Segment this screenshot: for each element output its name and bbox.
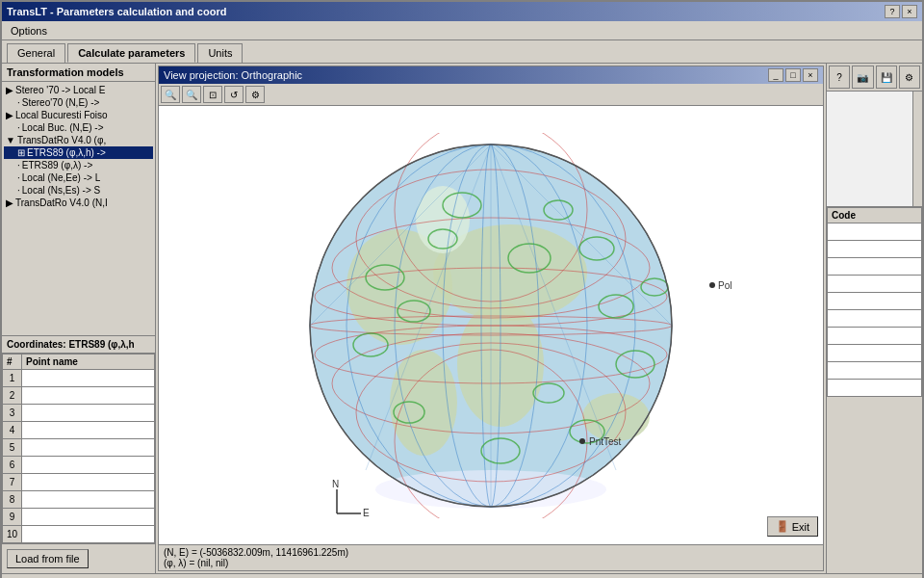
settings-button[interactable]: ⚙ <box>899 66 920 89</box>
right-code-cell[interactable] <box>828 380 922 397</box>
load-from-file-button[interactable]: Load from file <box>7 549 89 568</box>
zoom-reset-button[interactable]: ↺ <box>224 86 244 103</box>
table-row: 3 <box>3 405 155 422</box>
right-code-cell[interactable] <box>828 362 922 380</box>
right-table-row <box>828 241 922 258</box>
globe-point-pol-label: Pol <box>718 280 732 291</box>
tree-item-local-neee[interactable]: · Local (Ne,Ee) -> L <box>4 171 153 184</box>
col-num: # <box>3 355 22 370</box>
main-window: TransLT - Parameters calculation and coo… <box>0 0 924 578</box>
globe-maximize-button[interactable]: □ <box>785 68 801 82</box>
exit-button[interactable]: 🚪 Exit <box>767 516 818 537</box>
coordinates-table-container: # Point name 1 2 3 4 5 6 7 8 <box>2 354 155 543</box>
globe-container: View projection: Orthographic _ □ × 🔍 🔍 … <box>156 64 826 573</box>
zoom-in-button[interactable]: 🔍 <box>161 86 180 103</box>
close-button[interactable]: × <box>902 5 917 18</box>
menu-bar: Options <box>2 21 922 40</box>
tree-item-transdatro-v4[interactable]: ▼ TransDatRo V4.0 (φ, <box>4 134 153 146</box>
right-code-cell[interactable] <box>828 276 922 293</box>
table-row: 1 <box>3 370 155 387</box>
scrollbar-right[interactable] <box>912 92 922 206</box>
options-menu[interactable]: Options <box>7 24 51 38</box>
globe-close-button[interactable]: × <box>803 68 818 82</box>
row-num: 1 <box>3 370 22 387</box>
right-code-cell[interactable] <box>828 328 922 345</box>
help-icon-button[interactable]: ? <box>829 66 850 89</box>
right-code-cell[interactable] <box>828 258 922 276</box>
right-table-row <box>828 345 922 362</box>
coordinates-table: # Point name 1 2 3 4 5 6 7 8 <box>2 354 155 543</box>
tree-item-label: Local (Ns,Es) -> S <box>22 185 100 196</box>
load-from-file-area: Load from file <box>2 543 155 573</box>
coordinates-header: Coordinates: ETRS89 (φ,λ,h <box>2 336 155 354</box>
globe-minimize-button[interactable]: _ <box>768 68 783 82</box>
row-name[interactable] <box>22 474 155 491</box>
row-name[interactable] <box>22 422 155 439</box>
right-table-row <box>828 380 922 397</box>
tree-item-local-buc[interactable]: · Local Buc. (N,E) -> <box>4 121 153 134</box>
right-table-row <box>828 362 922 380</box>
globe-title: View projection: Orthographic <box>164 69 302 81</box>
exit-button-area: 🚪 Exit <box>767 516 818 537</box>
tree-item-etrs89-2[interactable]: · ETRS89 (φ,λ) -> <box>4 159 153 171</box>
tab-units[interactable]: Units <box>197 43 243 63</box>
right-code-cell[interactable] <box>828 345 922 362</box>
zoom-fit-button[interactable]: ⊡ <box>203 86 222 103</box>
transformation-models-header: Transformation models <box>2 64 155 82</box>
tree-item-label: Local (Ne,Ee) -> L <box>22 172 100 183</box>
right-table-row <box>828 293 922 310</box>
row-name[interactable] <box>22 491 155 509</box>
right-code-cell[interactable] <box>828 241 922 258</box>
tree-item-icon: · <box>17 122 20 133</box>
row-name[interactable] <box>22 526 155 543</box>
tree-item-icon: · <box>17 97 20 108</box>
row-name[interactable] <box>22 457 155 474</box>
globe-settings-button[interactable]: ⚙ <box>245 86 265 103</box>
table-row: 4 <box>3 422 155 439</box>
row-num: 10 <box>3 526 22 543</box>
tree-item-local-bucuresti[interactable]: ▶ Local Bucuresti Foiso <box>4 109 153 121</box>
tree-item-label: Stereo '70 -> Local E <box>15 85 105 95</box>
globe-svg-container: Pol PntTest N E <box>159 106 823 544</box>
transformation-models-tree: ▶ Stereo '70 -> Local E · Stereo'70 (N,E… <box>2 82 155 335</box>
table-row: 9 <box>3 509 155 526</box>
row-name[interactable] <box>22 509 155 526</box>
globe-point-pnttest-label: PntTest <box>589 436 622 447</box>
status-line1: (N, E) = (-5036832.009m, 11416961.225m) <box>164 547 818 558</box>
right-code-cell[interactable] <box>828 223 922 241</box>
globe-titlebar: View projection: Orthographic _ □ × <box>159 66 823 84</box>
row-num: 4 <box>3 422 22 439</box>
tree-item-stereo70[interactable]: ▶ Stereo '70 -> Local E <box>4 84 153 96</box>
help-button[interactable]: ? <box>885 5 900 18</box>
row-num: 6 <box>3 457 22 474</box>
tree-item-transdatro-v4-n[interactable]: ▶ TransDatRo V4.0 (N,I <box>4 197 153 209</box>
row-name[interactable] <box>22 370 155 387</box>
zoom-out-button[interactable]: 🔍 <box>182 86 201 103</box>
right-toolbar: ? 📷 💾 ⚙ <box>827 64 922 92</box>
right-code-cell[interactable] <box>828 310 922 328</box>
row-name[interactable] <box>22 439 155 457</box>
row-name[interactable] <box>22 387 155 405</box>
title-bar: TransLT - Parameters calculation and coo… <box>2 2 922 21</box>
expand-icon: ▶ <box>6 85 13 95</box>
expand-icon: ▶ <box>6 110 13 120</box>
tree-item-label: Stereo'70 (N,E) -> <box>22 97 100 108</box>
bottom-bar: OK Cancel ✕ Delete all <box>2 573 922 578</box>
tree-item-etrs89-selected[interactable]: ⊞ ETRS89 (φ,λ,h) -> <box>4 146 153 159</box>
row-num: 3 <box>3 405 22 422</box>
tree-item-local-nses[interactable]: · Local (Ns,Es) -> S <box>4 184 153 197</box>
right-code-cell[interactable] <box>828 293 922 310</box>
save-button[interactable]: 💾 <box>876 66 897 89</box>
camera-button[interactable]: 📷 <box>852 66 873 89</box>
right-codes-table: Code <box>827 207 922 397</box>
tree-item-label: TransDatRo V4.0 (N,I <box>15 197 108 208</box>
tab-calculate-parameters[interactable]: Calculate parameters <box>67 43 195 63</box>
tree-item-stereo70-ne[interactable]: · Stereo'70 (N,E) -> <box>4 96 153 109</box>
right-table-row <box>828 258 922 276</box>
globe-toolbar: 🔍 🔍 ⊡ ↺ ⚙ <box>159 84 823 106</box>
title-controls: ? × <box>885 5 917 18</box>
row-name[interactable] <box>22 405 155 422</box>
tree-item-icon: · <box>17 185 20 196</box>
tab-general[interactable]: General <box>7 43 65 63</box>
tree-item-label: Local Buc. (N,E) -> <box>22 122 104 133</box>
